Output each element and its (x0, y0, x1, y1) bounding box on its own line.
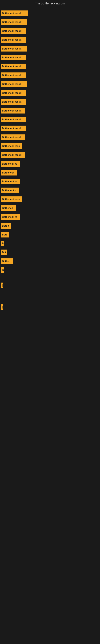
bar-row: Bot (0, 248, 100, 257)
bottleneck-bar: Bottleneck result (1, 152, 25, 158)
bar-row (0, 274, 100, 278)
bar-label: Bottleneck result (2, 21, 21, 24)
bar-row: Bottleneck result (0, 44, 100, 53)
bar-label: Bottleneck (2, 171, 14, 174)
bar-row: Bottleneck result (0, 150, 100, 160)
bar-row: Bottleneck result (0, 18, 100, 26)
bottleneck-bar: Bott (1, 232, 9, 238)
bar-row (0, 296, 100, 300)
bar-row: B (0, 266, 100, 274)
bar-label: Bottleneck result (2, 56, 21, 59)
bar-row (0, 293, 100, 296)
bar-label: Bottleneck resu (2, 145, 20, 148)
bottleneck-bar: Bottlenec (1, 205, 16, 211)
bar-row: Bottleneck result (0, 80, 100, 88)
bar-row: Bottleneck result (0, 36, 100, 44)
bar-label: | (2, 306, 2, 308)
bottleneck-bar: Bottleneck re (1, 179, 20, 184)
bottleneck-bar: Bottleneck result (1, 81, 27, 87)
bottleneck-bar: Bottleneck result (1, 72, 26, 78)
bar-label: Bottleneck re (2, 162, 17, 165)
bottleneck-bar: Bottle (1, 223, 11, 228)
bar-row: Bottleneck result (0, 98, 100, 106)
bottleneck-bar: Bottleneck result (1, 55, 26, 60)
bar-label: Bottleneck re (2, 180, 17, 183)
bar-row: Bottleneck result (0, 133, 100, 142)
bar-label: Bottleneck result (2, 47, 21, 50)
bar-label: Bottleneck result (2, 83, 21, 86)
bottleneck-bar: Bottleneck result (1, 126, 26, 131)
bar-row (0, 278, 100, 281)
bar-row: Bottleneck (0, 168, 100, 177)
bar-row: | (0, 281, 100, 290)
bar-label: Bottlen (2, 260, 10, 263)
bar-row: Bottleneck result (0, 26, 100, 36)
bar-label: B (2, 269, 4, 272)
bar-row: Bottleneck result (0, 88, 100, 98)
bar-row: Bottleneck resu (0, 142, 100, 150)
bottleneck-bar: Bottleneck result (1, 90, 26, 96)
bottleneck-bar: Bottleneck result (1, 117, 26, 122)
bar-label: Bottleneck result (2, 92, 21, 94)
bar-label: Bottleneck re (2, 216, 17, 218)
bottleneck-bar: | (1, 282, 3, 288)
bar-row (0, 290, 100, 293)
bar-label: Bottleneck result (2, 30, 21, 32)
bottleneck-bar: Bottleneck r (1, 188, 19, 193)
bar-row: B (0, 239, 100, 248)
bar-row: Bottleneck r (0, 186, 100, 195)
bar-row: Bottleneck result (0, 9, 100, 18)
bar-label: Bottleneck result (2, 109, 21, 112)
bar-row: Bottleneck result (0, 71, 100, 80)
bar-label: B (2, 242, 4, 245)
bottleneck-bar: Bottlen (1, 258, 13, 264)
bar-label: Bot (2, 251, 6, 254)
bar-row: Bottleneck re (0, 177, 100, 186)
bottleneck-bar: Bottleneck result (1, 64, 26, 69)
bar-label: Bottleneck result (2, 74, 21, 77)
bar-row: Bottleneck result (0, 115, 100, 124)
bottleneck-bar: Bottleneck result (1, 99, 26, 105)
bar-row: | (0, 303, 100, 312)
bar-row (0, 300, 100, 303)
bar-label: Bottlenec (2, 207, 13, 210)
bar-row: Bottleneck result (0, 124, 100, 133)
bar-row: Bottleneck result (0, 53, 100, 62)
bottleneck-bar: Bottleneck (1, 170, 17, 176)
bar-row: Bottleneck result (0, 106, 100, 115)
bar-label: Bottleneck result (2, 127, 21, 130)
bar-row: Bottleneck re (0, 212, 100, 222)
bar-label: | (2, 284, 2, 287)
bar-row: Bottleneck result (0, 62, 100, 71)
bottleneck-bar: B (1, 241, 4, 246)
bottleneck-bar: Bottleneck re (1, 161, 20, 167)
bottleneck-bar: Bottleneck result (1, 46, 27, 52)
bottleneck-bar: Bottleneck result (1, 10, 28, 16)
bar-label: Bottleneck result (2, 65, 21, 68)
site-title: TheBottlenecker.com (0, 0, 100, 7)
bar-row: Bottleneck re (0, 160, 100, 168)
bottleneck-bar: | (1, 304, 3, 310)
bar-label: Bottleneck result (2, 38, 21, 41)
bottleneck-bar: Bottleneck result (1, 19, 27, 25)
bottleneck-bar: Bottleneck resu (1, 143, 22, 149)
bar-row: Bott (0, 230, 100, 239)
bottleneck-bar: Bottleneck result (1, 134, 25, 140)
bottleneck-bar: Bottleneck result (1, 108, 25, 114)
bar-row: Bottle (0, 222, 100, 230)
bar-label: Bottleneck r (2, 189, 16, 192)
bar-label: Bottleneck result (2, 136, 21, 139)
bottleneck-bar: Bottleneck re (1, 214, 20, 220)
bar-label: Bottleneck resu (2, 198, 20, 201)
bottleneck-bar: Bot (1, 250, 7, 255)
bar-label: Bottleneck result (2, 12, 21, 15)
bottleneck-bar: Bottleneck result (1, 37, 26, 43)
bottleneck-bar: B (1, 267, 4, 273)
bar-label: Bottleneck result (2, 154, 21, 156)
bar-label: Bottleneck result (2, 100, 21, 103)
bar-label: Bott (2, 233, 7, 236)
bar-label: Bottle (2, 224, 9, 227)
bar-row: Bottlen (0, 257, 100, 266)
bars-container: Bottleneck resultBottleneck resultBottle… (0, 7, 100, 314)
bottleneck-bar: Bottleneck resu (1, 196, 22, 202)
